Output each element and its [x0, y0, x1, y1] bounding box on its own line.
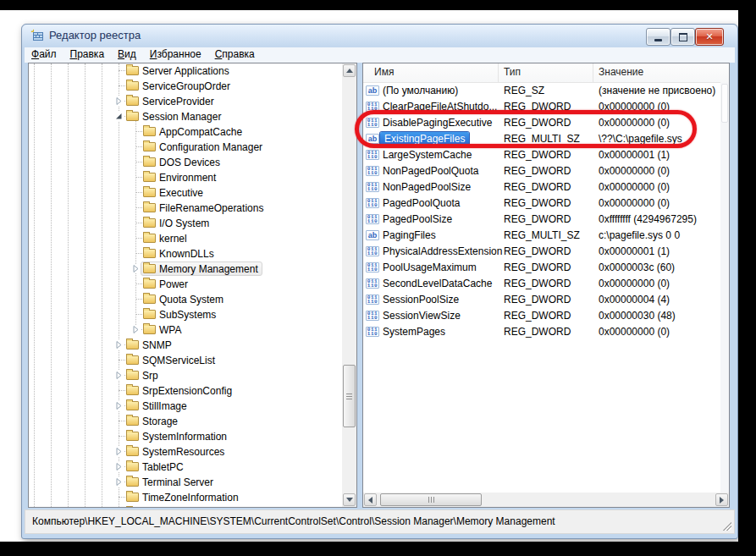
tree-item-label: SubSystems	[159, 309, 216, 321]
resize-grip[interactable]	[721, 520, 731, 531]
tree-item-label: TimeZoneInformation	[142, 492, 239, 504]
value-data: 0xffffffff (4294967295)	[599, 212, 697, 228]
menu-item-2[interactable]: Вид	[111, 47, 143, 63]
menu-item-0[interactable]: Файл	[25, 47, 63, 63]
tree-guide-line	[68, 63, 69, 507]
expand-arrow-icon[interactable]	[114, 477, 124, 487]
tree-item-dos-devices[interactable]: DOS Devices	[141, 155, 224, 169]
folder-icon	[126, 416, 139, 426]
menu-item-3[interactable]: Избранное	[143, 47, 208, 63]
tree-item-systemresources[interactable]: SystemResources	[124, 444, 229, 459]
tree-item-appcompatcache[interactable]: AppCompatCache	[141, 124, 246, 139]
value-row-secondleveldatacache[interactable]: 011110SecondLevelDataCacheREG_DWORD0x000…	[363, 276, 720, 292]
tree-item-partial[interactable]	[124, 505, 146, 507]
tree-item-tabletpc[interactable]: TabletPC	[124, 460, 188, 474]
list-vscrollbar-thumb[interactable]	[721, 84, 728, 123]
maximize-button[interactable]	[670, 28, 695, 46]
scroll-left-button[interactable]	[364, 493, 377, 506]
tree-item-i-o-system[interactable]: I/O System	[141, 216, 213, 230]
column-header-0[interactable]: Имя	[363, 63, 499, 82]
expand-arrow-icon[interactable]	[114, 371, 124, 380]
menu-item-4[interactable]: Справка	[208, 47, 262, 63]
menu-item-1[interactable]: Правка	[63, 47, 112, 63]
list-scrollbar-thumb[interactable]	[380, 493, 482, 506]
string-value-icon: ab	[366, 134, 379, 144]
value-row-systempages[interactable]: 011110SystemPagesREG_DWORD0x00000000 (0)	[363, 324, 720, 340]
expand-arrow-icon[interactable]	[114, 340, 124, 350]
tree-item-wpa[interactable]: WPA	[141, 322, 185, 337]
folder-icon	[143, 203, 156, 212]
tree-vertical-scrollbar[interactable]	[342, 63, 356, 507]
expand-arrow-icon[interactable]	[131, 325, 141, 334]
value-row-sessionviewsize[interactable]: 011110SessionViewSizeREG_DWORD0x00000030…	[363, 308, 720, 324]
tree-item-snmp[interactable]: SNMP	[124, 338, 176, 352]
scroll-up-button[interactable]	[343, 64, 356, 77]
tree-item-srpextensionconfig[interactable]: SrpExtensionConfig	[124, 383, 236, 398]
tree-item-servicegrouporder[interactable]: ServiceGroupOrder	[124, 79, 235, 93]
tree-item-configuration-manager[interactable]: Configuration Manager	[141, 140, 267, 154]
expand-arrow-icon[interactable]	[114, 401, 124, 410]
tree-item-terminal-server[interactable]: Terminal Server	[124, 475, 218, 489]
column-header-1[interactable]: Тип	[499, 63, 593, 82]
tree-item-subsystems[interactable]: SubSystems	[141, 307, 220, 322]
tree-item-storage[interactable]: Storage	[124, 414, 182, 428]
folder-icon	[126, 96, 139, 106]
value-data: (значение не присвоено)	[599, 83, 715, 99]
value-row-existingpagefiles[interactable]: abExistingPageFilesREG_MULTI_SZ\??\C:\pa…	[363, 131, 720, 147]
dword-value-icon: 011110	[366, 118, 379, 128]
expand-arrow-icon[interactable]	[114, 462, 124, 471]
folder-icon	[143, 188, 156, 197]
value-row-clearpagefileatshutdo-[interactable]: 011110ClearPageFileAtShutdo...REG_DWORD0…	[363, 99, 720, 115]
value-row-largesystemcache[interactable]: 011110LargeSystemCacheREG_DWORD0x0000000…	[363, 147, 720, 163]
column-header-2[interactable]: Значение	[593, 63, 729, 82]
tree-item-quota-system[interactable]: Quota System	[141, 292, 228, 306]
value-row-disablepagingexecutive[interactable]: 011110DisablePagingExecutiveREG_DWORD0x0…	[363, 115, 720, 131]
value-type: REG_DWORD	[504, 99, 571, 115]
value-row-physicaladdressextension[interactable]: 011110PhysicalAddressExtensionREG_DWORD0…	[363, 244, 720, 260]
folder-icon	[143, 310, 156, 319]
tree-item-serviceprovider[interactable]: ServiceProvider	[124, 94, 218, 108]
expand-arrow-icon[interactable]	[131, 264, 141, 273]
tree-item-timezoneinformation[interactable]: TimeZoneInformation	[124, 490, 243, 504]
folder-icon	[126, 432, 139, 441]
value-row-pagingfiles[interactable]: abPagingFilesREG_MULTI_SZc:\pagefile.sys…	[363, 228, 720, 244]
tree-scrollbar-thumb[interactable]	[343, 365, 356, 427]
value-row--[interactable]: ab(По умолчанию)REG_SZ(значение не присв…	[363, 83, 720, 99]
tree-item-environment[interactable]: Environment	[141, 170, 220, 184]
tree-item-kernel[interactable]: kernel	[141, 231, 191, 245]
close-button[interactable]: ✕	[695, 28, 724, 46]
tree-item-memory-management[interactable]: Memory Management	[141, 261, 262, 276]
tree-item-stillimage[interactable]: StillImage	[124, 399, 191, 413]
value-row-nonpagedpoolquota[interactable]: 011110NonPagedPoolQuotaREG_DWORD0x000000…	[363, 163, 720, 179]
tree-item-knowndlls[interactable]: KnownDLLs	[141, 246, 218, 261]
expand-arrow-icon[interactable]	[114, 447, 124, 456]
value-name: SystemPages	[380, 324, 448, 340]
tree-item-sqmservicelist[interactable]: SQMServiceList	[124, 353, 219, 367]
value-row-poolusagemaximum[interactable]: 011110PoolUsageMaximumREG_DWORD0x0000003…	[363, 260, 720, 276]
tree-item-label: DOS Devices	[159, 157, 220, 168]
value-row-pagedpoolquota[interactable]: 011110PagedPoolQuotaREG_DWORD0x00000000 …	[363, 195, 720, 212]
tree-item-systeminformation[interactable]: SystemInformation	[124, 429, 231, 443]
tree-item-label: Srp	[142, 370, 158, 382]
value-row-nonpagedpoolsize[interactable]: 011110NonPagedPoolSizeREG_DWORD0x0000000…	[363, 179, 720, 195]
list-horizontal-scrollbar[interactable]	[363, 493, 729, 507]
tree-item-session-manager[interactable]: Session Manager	[124, 109, 225, 124]
tree-item-server-applications[interactable]: Server Applications	[124, 63, 234, 78]
tree-item-power[interactable]: Power	[141, 277, 192, 291]
tree-item-srp[interactable]: Srp	[124, 368, 163, 383]
scroll-down-button[interactable]	[343, 493, 356, 506]
value-type: REG_MULTI_SZ	[504, 228, 580, 244]
tree-item-executive[interactable]: Executive	[141, 185, 207, 200]
value-row-pagedpoolsize[interactable]: 011110PagedPoolSizeREG_DWORD0xffffffff (…	[363, 212, 720, 228]
list-vertical-scrollbar[interactable]	[720, 82, 729, 493]
collapse-arrow-icon[interactable]	[114, 112, 124, 121]
expand-arrow-icon[interactable]	[114, 96, 124, 106]
minimize-button[interactable]	[646, 28, 670, 46]
scroll-right-button[interactable]	[715, 493, 728, 506]
value-row-sessionpoolsize[interactable]: 011110SessionPoolSizeREG_DWORD0x00000004…	[363, 292, 720, 308]
value-type: REG_DWORD	[504, 115, 571, 131]
value-type: REG_DWORD	[504, 324, 571, 340]
tree-item-label: Power	[159, 278, 188, 290]
tree-item-filerenameoperations[interactable]: FileRenameOperations	[141, 201, 268, 215]
tree-item-label: I/O System	[159, 217, 209, 229]
